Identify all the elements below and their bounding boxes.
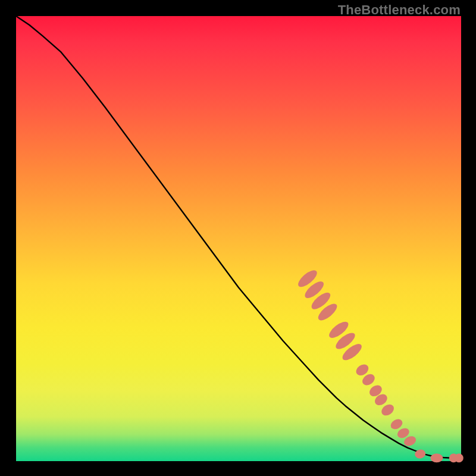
svg-point-15 — [414, 449, 427, 459]
curve-line — [16, 16, 461, 458]
chart-svg — [16, 16, 461, 461]
curve-markers — [296, 268, 464, 463]
chart-stage: TheBottleneck.com — [0, 0, 476, 476]
svg-point-18 — [455, 453, 464, 462]
svg-point-16 — [430, 453, 443, 462]
